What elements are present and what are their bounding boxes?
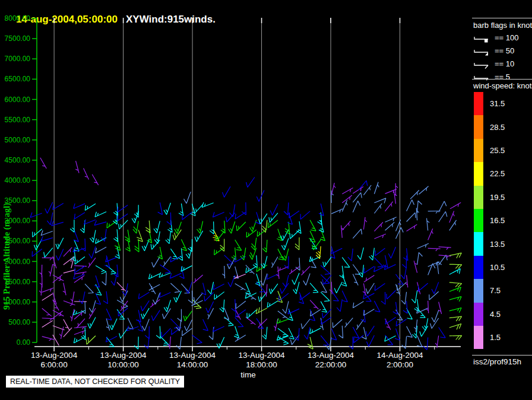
wind-barb: [167, 336, 170, 349]
wind-barb: [125, 230, 130, 242]
wind-barb: [353, 187, 363, 194]
wind-barb: [44, 248, 53, 258]
wind-barb: [356, 319, 363, 329]
wind-barb: [102, 273, 107, 285]
wind-barb: [259, 214, 267, 224]
wind-barb: [261, 256, 267, 268]
wind-barb: [363, 217, 367, 230]
wind-barb: [194, 204, 202, 214]
speed-band: 16.5: [474, 209, 505, 232]
wind-barb: [300, 211, 310, 220]
wind-barb: [274, 319, 278, 331]
wind-barb: [321, 292, 330, 301]
wind-barb: [267, 301, 278, 307]
speed-band-swatch: [474, 209, 483, 232]
wind-barb: [401, 266, 406, 279]
wind-barb: [300, 293, 310, 300]
speed-band-swatch: [474, 256, 483, 279]
wind-barb: [331, 209, 343, 214]
wind-barb: [245, 283, 251, 294]
y-tick-label: 7000.00: [5, 55, 31, 63]
wind-barb: [426, 301, 429, 313]
wind-barb: [359, 180, 368, 190]
wind-barb: [271, 257, 278, 268]
speed-band: 25.5: [474, 139, 505, 162]
wind-barb: [270, 204, 278, 215]
wind-barb: [134, 205, 138, 217]
wind-barb: [256, 190, 264, 201]
wind-barb: [338, 326, 343, 338]
wind-barb: [56, 238, 64, 249]
speed-color-scale: 31.528.525.522.519.516.513.510.57.54.51.…: [474, 92, 505, 349]
barb-legend-label: == 10: [495, 59, 514, 68]
wind-barb: [133, 221, 138, 233]
wind-barb: [417, 243, 429, 248]
y-tick-label: 6500.00: [5, 75, 31, 83]
wind-barb: [428, 228, 433, 240]
wind-barb: [255, 212, 260, 224]
wind-barb: [120, 291, 128, 302]
wind-barb: [287, 212, 292, 224]
wind-barb: [363, 185, 371, 195]
wind-barb: [357, 247, 363, 259]
speed-band-label: 7.5: [490, 286, 501, 295]
wind-barb: [395, 183, 398, 196]
wind-barb: [235, 318, 243, 327]
wind-barb: [81, 328, 86, 340]
wind-barb: [235, 335, 246, 342]
wind-barb: [160, 265, 170, 273]
wind-barb: [278, 249, 284, 260]
wind-barb: [435, 336, 439, 348]
wind-barb: [387, 290, 396, 299]
wind-barb: [262, 240, 267, 252]
wind-barb: [208, 308, 214, 319]
wind-barb: [251, 238, 256, 250]
wind-barb: [449, 308, 461, 313]
wind-barb: [141, 301, 149, 312]
wind-barb: [322, 275, 331, 284]
wind-barb: [166, 231, 171, 244]
wind-barb: [277, 318, 289, 323]
y-tick-label: 6000.00: [5, 96, 31, 104]
wind-barb: [128, 318, 133, 329]
speed-band-label: 4.5: [490, 310, 501, 319]
wind-barb: [283, 301, 289, 314]
wind-barb: [349, 336, 353, 349]
wind-barb: [235, 284, 246, 290]
wind-barb: [95, 212, 106, 217]
barb-legend: == 100== 50== 10== 5: [473, 31, 532, 83]
speed-band-label: 22.5: [490, 169, 505, 178]
wind-barb: [340, 266, 344, 278]
wind-barb: [449, 253, 462, 258]
wind-barb: [292, 273, 299, 284]
wind-barb: [73, 310, 85, 315]
wind-barb: [353, 193, 362, 202]
wind-barb: [42, 294, 53, 300]
wind-barb: [170, 283, 180, 292]
wind-barb: [213, 284, 224, 290]
speed-band-swatch: [474, 92, 483, 115]
wind-barb: [310, 257, 316, 268]
wind-barb: [192, 300, 202, 309]
wind-barb: [178, 248, 182, 261]
wind-barb: [75, 257, 85, 265]
wind-barb: [210, 221, 214, 234]
speed-band-swatch: [474, 139, 483, 162]
wind-barb: [353, 229, 362, 239]
wind-barb: [71, 291, 74, 304]
barb-legend-label: == 100: [495, 33, 519, 42]
wind-barb: [419, 186, 429, 195]
wind-barb: [414, 299, 419, 312]
speed-band: 13.5: [474, 232, 505, 255]
wind-barb: [417, 252, 423, 265]
wind-barb: [30, 212, 42, 218]
wind-barb: [94, 275, 99, 287]
wind-barb: [153, 293, 160, 304]
panel-divider-middle: [472, 79, 532, 80]
wind-barb: [192, 300, 203, 306]
y-tick-label: 500.00: [8, 318, 30, 326]
wind-barb: [331, 183, 335, 195]
wind-barb: [106, 319, 110, 331]
wind-barb: [388, 247, 395, 258]
wind-barb: [236, 222, 246, 231]
